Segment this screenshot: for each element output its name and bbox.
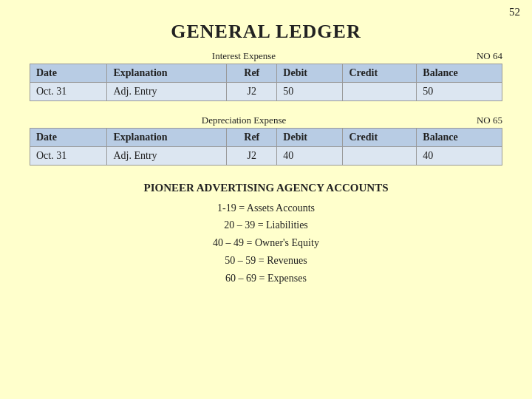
table-cell (343, 83, 417, 101)
section1-no: NO 64 (458, 50, 502, 62)
table1-header-row: Date Explanation Ref Debit Credit Balanc… (30, 64, 502, 83)
table-row: Oct. 31Adj. EntryJ24040 (30, 147, 502, 166)
table-cell: 50 (417, 83, 502, 101)
footer-line: 50 – 59 = Revenues (0, 252, 532, 270)
depreciation-expense-section: Depreciation Expense NO 65 Date Explanat… (30, 115, 502, 166)
interest-expense-table: Date Explanation Ref Debit Credit Balanc… (30, 64, 502, 101)
table-cell (343, 147, 417, 166)
page-number: 52 (509, 6, 520, 18)
col-credit-2: Credit (343, 129, 417, 147)
footer-lines: 1-19 = Assets Accounts20 – 39 = Liabilit… (0, 200, 532, 287)
section2-header-row: Depreciation Expense NO 65 (30, 115, 502, 126)
depreciation-expense-table: Date Explanation Ref Debit Credit Balanc… (30, 128, 502, 166)
footer-title: PIONEER ADVERTISING AGENCY ACCOUNTS (0, 179, 532, 198)
col-debit-2: Debit (277, 129, 343, 147)
col-explanation-1: Explanation (107, 64, 227, 83)
section1-label: Interest Expense (30, 50, 458, 62)
col-ref-2: Ref (227, 129, 277, 147)
table2-header-row: Date Explanation Ref Debit Credit Balanc… (30, 129, 502, 147)
footer-line: 60 – 69 = Expenses (0, 270, 532, 287)
table-cell: J2 (227, 83, 277, 101)
footer-section: PIONEER ADVERTISING AGENCY ACCOUNTS 1-19… (0, 179, 532, 287)
table-cell: Oct. 31 (30, 147, 107, 166)
table-row: Oct. 31Adj. EntryJ25050 (30, 83, 502, 101)
table-cell: Oct. 31 (30, 83, 107, 101)
footer-line: 20 – 39 = Liabilities (0, 216, 532, 234)
col-ref-1: Ref (227, 64, 277, 83)
col-debit-1: Debit (277, 64, 343, 83)
section2-label: Depreciation Expense (30, 115, 458, 126)
table-cell: 40 (277, 147, 343, 166)
footer-line: 1-19 = Assets Accounts (0, 200, 532, 217)
col-date-1: Date (30, 64, 107, 83)
main-title: GENERAL LEDGER (0, 0, 532, 50)
table-cell: Adj. Entry (107, 147, 227, 166)
col-balance-2: Balance (417, 129, 502, 147)
section2-no: NO 65 (458, 115, 502, 126)
col-explanation-2: Explanation (107, 129, 227, 147)
col-credit-1: Credit (343, 64, 417, 83)
table-cell: 50 (277, 83, 343, 101)
col-balance-1: Balance (417, 64, 502, 83)
section1-header-row: Interest Expense NO 64 (30, 50, 502, 62)
interest-expense-section: Interest Expense NO 64 Date Explanation … (30, 50, 502, 101)
table-cell: J2 (227, 147, 277, 166)
footer-line: 40 – 49 = Owner's Equity (0, 234, 532, 252)
col-date-2: Date (30, 129, 107, 147)
table-cell: 40 (417, 147, 502, 166)
table-cell: Adj. Entry (107, 83, 227, 101)
